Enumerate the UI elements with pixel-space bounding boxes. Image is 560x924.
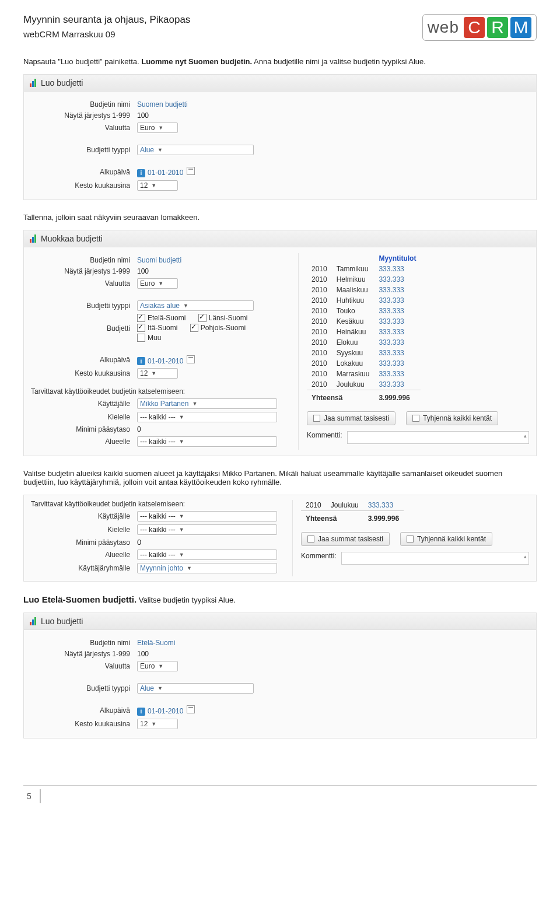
- sales-table: Myyntitulot 2010Tammikuu333.3332010Helmi…: [307, 253, 421, 403]
- p2-order-label: Näytä järjestys 1-999: [31, 267, 137, 275]
- p1-curr-select[interactable]: Euro▼: [137, 123, 178, 133]
- table-row: 2010Tammikuu333.333: [307, 264, 421, 274]
- info-icon[interactable]: i: [137, 357, 145, 365]
- snip-split-button[interactable]: Jaa summat tasisesti: [301, 532, 390, 546]
- info-icon[interactable]: i: [137, 169, 145, 177]
- p3-name-label: Budjetin nimi: [31, 639, 137, 647]
- create-budget-panel-2: Luo budjetti Budjetin nimiEtelä-Suomi Nä…: [23, 612, 537, 738]
- p2-lang-select[interactable]: --- kaikki ---▼: [137, 412, 277, 422]
- permissions-snippet: Tarvittavat käyttöoikeudet budjetin kats…: [23, 495, 537, 582]
- snip-group-select[interactable]: Myynnin johto▼: [137, 563, 277, 573]
- snip-user-select[interactable]: --- kaikki ---▼: [137, 511, 277, 522]
- comment-row: Kommentti:: [307, 431, 529, 444]
- clear-all-button[interactable]: Tyhjennä kaikki kentät: [406, 411, 498, 425]
- p2-start-input[interactable]: 01-01-2010: [148, 357, 183, 365]
- snip-area-label: Alueelle: [31, 551, 137, 559]
- square-icon: [412, 415, 419, 422]
- p1-type-select[interactable]: Alue▼: [137, 145, 254, 155]
- p3-start-label: Alkupäivä: [31, 706, 137, 715]
- snip-area-select[interactable]: --- kaikki ---▼: [137, 550, 277, 560]
- p2-curr-select[interactable]: Euro▼: [137, 278, 178, 289]
- p2-user-label: Käyttäjälle: [31, 400, 137, 408]
- chevron-down-icon: ▼: [179, 414, 184, 420]
- p1-name-input[interactable]: Suomen budjetti: [137, 100, 188, 108]
- p2-type-select[interactable]: Asiakas alue▼: [137, 300, 254, 311]
- checkbox-icon: [198, 314, 206, 322]
- snip-clear-button[interactable]: Tyhjennä kaikki kentät: [400, 532, 492, 546]
- p2-name-input[interactable]: Suomi budjetti: [137, 256, 181, 264]
- chevron-down-icon: ▼: [158, 147, 163, 153]
- panel3-header: Luo budjetti: [24, 613, 536, 630]
- p1-order-label: Näytä järjestys 1-999: [31, 111, 137, 120]
- table-row: 2010Touko333.333: [307, 306, 421, 316]
- square-icon: [313, 415, 320, 422]
- cb-lansi[interactable]: Länsi-Suomi: [198, 314, 248, 322]
- panel3-title: Luo budjetti: [41, 617, 83, 626]
- checkbox-icon: [137, 324, 145, 332]
- chart-icon: [30, 617, 36, 625]
- cb-muu[interactable]: Muu: [137, 334, 161, 342]
- snippet-table: 2010Joulukuu333.333 Yhteensä3.999.996: [301, 500, 404, 524]
- snip-comment-textarea[interactable]: [341, 552, 529, 565]
- comment-label: Kommentti:: [307, 431, 342, 439]
- p2-order-input[interactable]: 100: [137, 267, 149, 275]
- cb-ita[interactable]: Itä-Suomi: [137, 324, 177, 332]
- chevron-down-icon: ▼: [158, 125, 163, 131]
- snip-lang-select[interactable]: --- kaikki ---▼: [137, 524, 277, 535]
- calendar-icon[interactable]: [187, 167, 195, 175]
- p1-curr-label: Valuutta: [31, 124, 137, 132]
- cb-pohjois[interactable]: Pohjois-Suomi: [190, 324, 246, 332]
- calendar-icon[interactable]: [187, 705, 195, 713]
- page-number: 5: [23, 789, 41, 803]
- p2-months-select[interactable]: 12▼: [137, 368, 178, 379]
- p3-months-select[interactable]: 12▼: [137, 719, 178, 729]
- panel1-title: Luo budjetti: [41, 78, 83, 88]
- logo-m-box: M: [510, 17, 531, 38]
- checkbox-icon: [137, 314, 145, 322]
- snip-lang-label: Kielelle: [31, 526, 137, 534]
- cb-etela[interactable]: Etelä-Suomi: [137, 314, 186, 322]
- table-row: 2010Helmikuu333.333: [307, 274, 421, 285]
- snip-min-input[interactable]: 0: [137, 538, 141, 547]
- checkbox-icon: [190, 324, 198, 332]
- table-row: 2010Syyskuu333.333: [307, 348, 421, 358]
- sales-total-value: 3.999.996: [374, 390, 421, 403]
- p3-order-input[interactable]: 100: [137, 650, 149, 658]
- p1-months-select[interactable]: 12▼: [137, 180, 178, 191]
- p1-order-input[interactable]: 100: [137, 111, 149, 120]
- p1-start-label: Alkupäivä: [31, 168, 137, 176]
- p2-user-select[interactable]: Mikko Partanen▼: [137, 398, 277, 409]
- info-icon[interactable]: i: [137, 708, 145, 716]
- snip-comment-label: Kommentti:: [301, 552, 337, 560]
- p3-months-label: Kesto kuukausina: [31, 720, 137, 728]
- p3-type-select[interactable]: Alue▼: [137, 683, 254, 694]
- p2-min-input[interactable]: 0: [137, 425, 141, 433]
- chevron-down-icon: ▼: [183, 303, 188, 309]
- chevron-down-icon: ▼: [158, 685, 163, 691]
- chevron-down-icon: ▼: [179, 527, 184, 533]
- p1-months-label: Kesto kuukausina: [31, 181, 137, 190]
- split-evenly-button[interactable]: Jaa summat tasisesti: [307, 411, 396, 425]
- table-row: 2010Lokakuu333.333: [307, 358, 421, 369]
- comment-textarea[interactable]: [347, 431, 529, 444]
- p1-start-input[interactable]: 01-01-2010: [148, 169, 183, 177]
- p3-name-input[interactable]: Etelä-Suomi: [137, 639, 175, 647]
- logo-c-box: C: [464, 17, 485, 38]
- p3-curr-select[interactable]: Euro▼: [137, 661, 178, 671]
- snippet-right: 2010Joulukuu333.333 Yhteensä3.999.996 Ja…: [292, 500, 529, 576]
- text-after-p1: Tallenna, jolloin saat näkyviin seuraava…: [23, 213, 537, 222]
- section3-title: Luo Etelä-Suomen budjetti.: [23, 594, 136, 604]
- calendar-icon[interactable]: [187, 355, 195, 363]
- square-icon: [307, 536, 314, 542]
- chart-icon: [30, 235, 36, 243]
- p3-start-input[interactable]: 01-01-2010: [148, 707, 183, 715]
- snip-user-label: Käyttäjälle: [31, 512, 137, 520]
- webcrm-logo: web C R M: [422, 14, 537, 41]
- p2-area-select[interactable]: --- kaikki ---▼: [137, 436, 277, 447]
- table-row: 2010Kesäkuu333.333: [307, 316, 421, 327]
- table-row: 2010Heinäkuu333.333: [307, 327, 421, 337]
- chevron-down-icon: ▼: [187, 565, 192, 571]
- snip-group-label: Käyttäjäryhmälle: [31, 564, 137, 572]
- p2-budget-checkboxes: Etelä-Suomi Länsi-Suomi Itä-Suomi Pohjoi…: [137, 314, 258, 344]
- chevron-down-icon: ▼: [179, 552, 184, 558]
